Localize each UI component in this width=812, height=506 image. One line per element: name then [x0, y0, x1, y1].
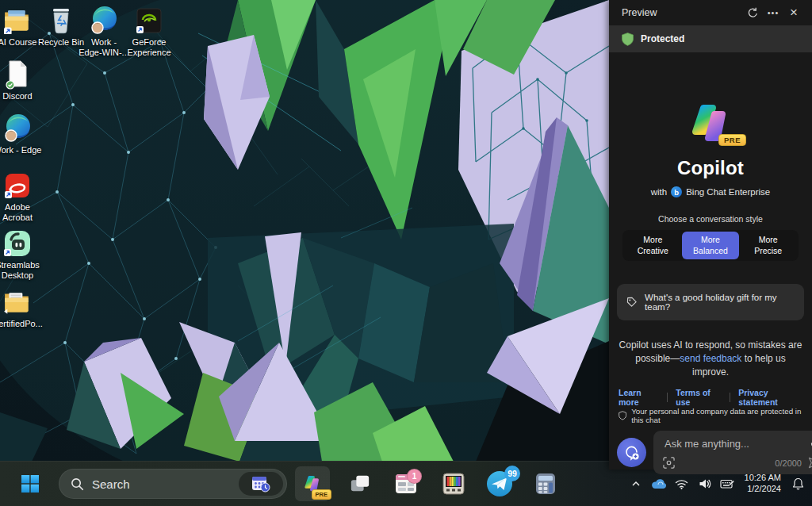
- widgets-badge: 1: [407, 469, 422, 484]
- acrobat-icon: [2, 170, 33, 201]
- desktop-icon-geforce[interactable]: GeForce Experience: [124, 5, 174, 58]
- protected-banner: Protected: [609, 25, 812, 52]
- desktop-icon-label: Work - Edge: [0, 145, 41, 155]
- style-prompt: Choose a conversation style: [658, 214, 763, 224]
- desktop-icon-work-edge[interactable]: Work - Edge: [0, 113, 43, 155]
- style-more-precise[interactable]: MorePrecise: [739, 232, 797, 259]
- windows-logo-icon: [21, 474, 40, 493]
- learn-more-link[interactable]: Learn more: [619, 388, 659, 407]
- folder-icon: [2, 286, 33, 318]
- copilot-panel: Preview ••• × Protected: [609, 0, 812, 470]
- pre-badge: PRE: [718, 134, 746, 146]
- conversation-style-toggle: MoreCreative MoreBalanced MorePrecise: [622, 230, 799, 261]
- chat-input-box[interactable]: 0/2000: [653, 431, 812, 474]
- refresh-icon[interactable]: [742, 3, 763, 22]
- pre-badge-mini: PRE: [312, 489, 331, 500]
- geforce-icon: [133, 5, 165, 36]
- recycle-bin-icon: [45, 5, 77, 36]
- desktop-icon-discord[interactable]: Discord: [0, 59, 43, 102]
- privacy-link[interactable]: Privacy statement: [738, 388, 802, 407]
- tray-date: 1/2/2024: [747, 484, 781, 495]
- task-view-button[interactable]: [343, 466, 377, 501]
- search-box[interactable]: Search: [59, 469, 287, 499]
- char-counter: 0/2000: [775, 458, 802, 468]
- panel-header: Preview ••• ×: [609, 0, 812, 25]
- desktop: AI Course Recycle Bin: [0, 0, 609, 462]
- divider: [730, 393, 730, 402]
- close-icon[interactable]: ×: [783, 3, 804, 22]
- screenshot-icon[interactable]: [663, 457, 675, 469]
- calculator-icon: [534, 472, 557, 496]
- search-icon: [71, 477, 84, 491]
- folder-image-icon: [2, 5, 33, 36]
- send-icon[interactable]: [808, 457, 812, 469]
- new-topic-icon: [624, 445, 640, 461]
- task-view-icon: [349, 473, 371, 494]
- send-feedback-link[interactable]: send feedback: [680, 353, 741, 364]
- desktop-icon-edge-win[interactable]: Work - Edge-WIN-...: [79, 5, 129, 58]
- disclaimer: Copilot uses AI to respond, so mistakes …: [618, 339, 803, 379]
- streamlabs-obs-button[interactable]: [436, 466, 471, 501]
- protected-label: Protected: [641, 33, 684, 44]
- panel-title: Preview: [622, 7, 742, 18]
- calculator-button[interactable]: [528, 466, 563, 501]
- desktop-icon-label: GeForce Experience: [124, 37, 174, 58]
- suggestion-chip[interactable]: What's a good holiday gift for my team?: [617, 284, 804, 320]
- shield-icon: [622, 33, 634, 46]
- style-more-balanced[interactable]: MoreBalanced: [682, 232, 740, 259]
- divider: [667, 393, 668, 402]
- desktop-icon-streamlabs[interactable]: Streamlabs Desktop: [0, 228, 43, 281]
- copilot-title: Copilot: [677, 157, 744, 179]
- desktop-icon-label: Work - Edge-WIN-...: [79, 37, 129, 58]
- widgets-button[interactable]: 1: [389, 466, 423, 501]
- desktop-icon-label: CertifiedPo...: [0, 319, 43, 329]
- telegram-button[interactable]: 99: [482, 466, 517, 501]
- document-icon: [2, 59, 33, 90]
- chat-input-row: 0/2000: [617, 431, 804, 474]
- terms-link[interactable]: Terms of use: [676, 388, 722, 407]
- desktop-icon-label: Adobe Acrobat: [0, 202, 43, 223]
- search-highlight[interactable]: [239, 472, 283, 496]
- desktop-icon-label: Discord: [2, 91, 32, 102]
- new-topic-button[interactable]: [617, 438, 646, 467]
- telegram-badge: 99: [504, 466, 520, 481]
- footer-links: Learn more Terms of use Privacy statemen…: [619, 388, 802, 407]
- suggestion-text: What's a good holiday gift for my team?: [645, 293, 795, 312]
- edge-browser-profile-icon: [2, 113, 33, 144]
- tag-icon: [626, 297, 637, 308]
- edge-browser-profile-icon: [88, 5, 120, 36]
- streamlabs-icon: [2, 228, 33, 259]
- privacy-note: Your personal and company data are prote…: [619, 407, 802, 424]
- taskbar-copilot-button[interactable]: PRE: [295, 466, 330, 501]
- desktop-icon-label: Streamlabs Desktop: [0, 260, 43, 281]
- more-options-icon[interactable]: •••: [763, 3, 783, 22]
- chat-input[interactable]: [663, 437, 806, 450]
- search-label: Search: [92, 477, 239, 491]
- start-button[interactable]: [13, 466, 48, 501]
- bing-icon: b: [671, 186, 682, 197]
- style-more-creative[interactable]: MoreCreative: [624, 232, 682, 259]
- desktop-icon-acrobat[interactable]: Adobe Acrobat: [0, 170, 43, 223]
- shield-outline-icon: [619, 410, 626, 421]
- desktop-icon-certified-folder[interactable]: CertifiedPo...: [0, 286, 43, 329]
- desktop-icon-label: AI Course: [0, 37, 36, 48]
- desktop-icon-label: Recycle Bin: [38, 37, 84, 48]
- media-app-icon: [442, 472, 465, 496]
- copilot-subtitle: with b Bing Chat Enterprise: [651, 186, 771, 197]
- copilot-logo: PRE: [686, 103, 735, 144]
- panel-body: PRE Copilot with b Bing Chat Enterprise …: [609, 52, 812, 482]
- wallpaper: [0, 0, 609, 462]
- calendar-clock-icon: [251, 475, 271, 493]
